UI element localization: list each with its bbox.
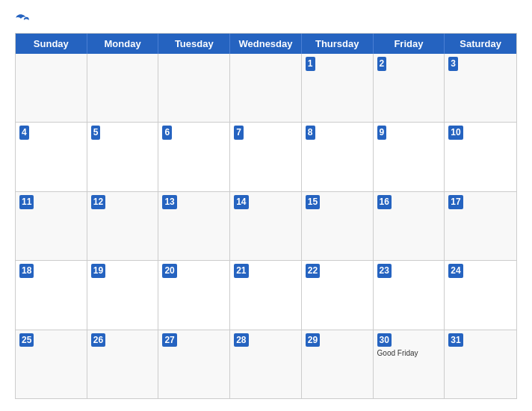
day-cell: 16 xyxy=(374,192,445,260)
day-number: 26 xyxy=(91,333,105,347)
day-number: 7 xyxy=(234,126,244,140)
day-number: 18 xyxy=(19,264,34,278)
day-cell: 25 xyxy=(16,330,87,398)
day-header-saturday: Saturday xyxy=(445,34,516,54)
day-cell: 18 xyxy=(16,261,87,329)
day-number: 23 xyxy=(377,264,392,278)
day-number: 10 xyxy=(448,126,463,140)
day-number: 2 xyxy=(377,57,387,71)
day-cell: 13 xyxy=(158,192,230,260)
day-number: 11 xyxy=(19,195,34,209)
day-cell: 21 xyxy=(230,261,302,329)
day-number: 1 xyxy=(306,57,315,71)
day-cell: 24 xyxy=(445,261,516,329)
day-number: 31 xyxy=(448,333,463,347)
day-number: 17 xyxy=(448,195,463,209)
day-number: 4 xyxy=(19,126,29,140)
day-number: 16 xyxy=(377,195,392,209)
calendar: SundayMondayTuesdayWednesdayThursdayFrid… xyxy=(15,33,517,399)
day-header-monday: Monday xyxy=(87,34,159,54)
day-number: 24 xyxy=(448,264,463,278)
day-cell: 20 xyxy=(158,261,230,329)
day-cell: 31 xyxy=(445,330,516,398)
day-cell: 22 xyxy=(302,261,374,329)
day-cell: 15 xyxy=(302,192,374,260)
day-number: 30 xyxy=(377,333,392,347)
day-cell: 23 xyxy=(374,261,445,329)
week-row-2: 45678910 xyxy=(16,123,516,191)
day-cell: 11 xyxy=(16,192,87,260)
day-cell: 30Good Friday xyxy=(374,330,445,398)
day-number: 20 xyxy=(162,264,176,278)
day-number: 29 xyxy=(306,333,320,347)
day-cell xyxy=(230,54,302,122)
calendar-header xyxy=(15,12,517,25)
holiday-label: Good Friday xyxy=(377,348,441,358)
day-number: 27 xyxy=(162,333,176,347)
day-headers: SundayMondayTuesdayWednesdayThursdayFrid… xyxy=(16,34,516,54)
day-cell: 8 xyxy=(302,123,374,191)
day-cell: 29 xyxy=(302,330,374,398)
day-number: 12 xyxy=(91,195,105,209)
day-number: 8 xyxy=(306,126,315,140)
day-cell: 9 xyxy=(374,123,445,191)
day-cell: 12 xyxy=(87,192,159,260)
logo xyxy=(15,12,33,25)
day-cell: 27 xyxy=(158,330,230,398)
day-cell: 3 xyxy=(445,54,516,122)
day-cell xyxy=(16,54,87,122)
day-cell: 28 xyxy=(230,330,302,398)
day-number: 9 xyxy=(377,126,387,140)
week-row-1: 123 xyxy=(16,54,516,123)
day-number: 13 xyxy=(162,195,176,209)
day-number: 22 xyxy=(306,264,320,278)
day-cell: 26 xyxy=(87,330,159,398)
day-cell: 4 xyxy=(16,123,87,191)
day-header-tuesday: Tuesday xyxy=(158,34,230,54)
day-number: 6 xyxy=(162,126,172,140)
day-cell: 2 xyxy=(374,54,445,122)
day-header-friday: Friday xyxy=(374,34,445,54)
day-number: 21 xyxy=(234,264,248,278)
day-number: 5 xyxy=(91,126,101,140)
day-cell: 7 xyxy=(230,123,302,191)
day-cell xyxy=(87,54,159,122)
day-header-thursday: Thursday xyxy=(302,34,374,54)
day-cell: 6 xyxy=(158,123,230,191)
day-number: 14 xyxy=(234,195,248,209)
day-cell: 17 xyxy=(445,192,516,260)
calendar-body: 1234567891011121314151617181920212223242… xyxy=(16,54,516,398)
day-cell: 1 xyxy=(302,54,374,122)
week-row-4: 18192021222324 xyxy=(16,261,516,330)
day-number: 19 xyxy=(91,264,105,278)
day-cell: 10 xyxy=(445,123,516,191)
week-row-3: 11121314151617 xyxy=(16,192,516,261)
logo-bird-icon xyxy=(15,12,30,25)
day-cell: 14 xyxy=(230,192,302,260)
day-cell: 19 xyxy=(87,261,159,329)
day-number: 28 xyxy=(234,333,248,347)
day-number: 3 xyxy=(448,57,458,71)
day-cell: 5 xyxy=(87,123,159,191)
day-cell xyxy=(158,54,230,122)
week-row-5: 252627282930Good Friday31 xyxy=(16,330,516,398)
day-header-sunday: Sunday xyxy=(16,34,87,54)
day-number: 25 xyxy=(19,333,34,347)
day-header-wednesday: Wednesday xyxy=(230,34,302,54)
day-number: 15 xyxy=(306,195,320,209)
